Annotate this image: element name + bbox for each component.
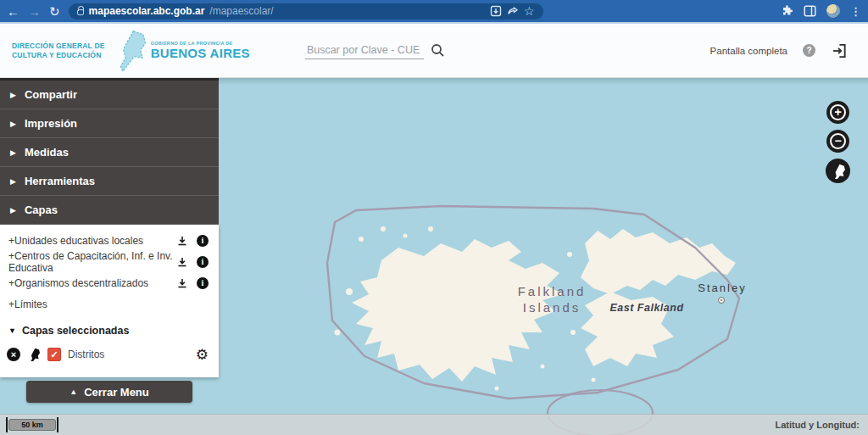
home-extent-button[interactable] (826, 159, 850, 183)
layer-row-limites[interactable]: +Límites (0, 293, 219, 315)
exit-icon[interactable] (831, 42, 848, 59)
url-path: /mapaescolar/ (209, 5, 273, 17)
download-icon[interactable] (177, 278, 187, 288)
app-header: DIRECCIÓN GENERAL DE CULTURA Y EDUCACIÓN… (0, 24, 868, 78)
download-icon[interactable] (177, 257, 187, 267)
zoom-to-layer-flag-icon[interactable] (27, 348, 41, 361)
sidebar-item-capas[interactable]: ▶ Capas (0, 196, 219, 225)
layer-visibility-checkbox[interactable]: ✓ (47, 348, 61, 361)
sidebar-item-medidas[interactable]: ▶ Medidas (0, 138, 219, 167)
menu-item-label: Capas (25, 204, 58, 216)
browser-menu-icon[interactable]: ⋮ (850, 5, 861, 18)
bookmark-star-icon[interactable]: ☆ (524, 4, 535, 18)
install-icon[interactable] (490, 5, 502, 17)
reload-icon[interactable]: ↻ (49, 5, 60, 18)
layer-label: +Unidades educativas locales (8, 235, 177, 247)
close-menu-button[interactable]: ▲ Cerrar Menu (26, 381, 192, 403)
search-input[interactable] (305, 42, 424, 59)
coordinates-label: Latitud y Longitud: (775, 420, 860, 430)
chrome-actions: ⋮ (782, 4, 861, 18)
menu-item-label: Compartir (25, 88, 77, 101)
help-icon[interactable]: ? (803, 44, 815, 57)
lock-icon (77, 9, 84, 15)
layer-settings-gear-icon[interactable]: ⚙ (196, 348, 209, 362)
forward-icon[interactable]: → (28, 5, 41, 18)
info-icon[interactable]: i (197, 235, 209, 247)
header-actions: Pantalla completa ? (710, 42, 856, 59)
map-region: Falkland Islands East Falkland Stanley ▶… (0, 78, 868, 435)
address-bar[interactable]: mapaescolar.abc.gob.ar /mapaescolar/ ☆ (69, 3, 543, 20)
gov-large-text: BUENOS AIRES (151, 46, 250, 60)
menu-item-label: Medidas (25, 146, 69, 159)
sidebar: ▶ Compartir ▶ Impresión ▶ Medidas ▶ Herr… (0, 78, 219, 403)
info-icon[interactable]: i (197, 277, 209, 289)
layer-label: +Límites (8, 298, 209, 310)
scale-label: 50 km (8, 419, 56, 431)
chevron-down-icon: ▼ (8, 326, 16, 335)
side-panel-icon[interactable] (804, 5, 816, 17)
chevron-right-icon: ▶ (10, 206, 16, 215)
scale-bar: 50 km (6, 417, 58, 432)
menu-item-label: Herramientas (25, 175, 95, 187)
layer-row-organismos[interactable]: +Organismos descentralizados i (0, 272, 219, 293)
gov-wordmark: GOBIERNO DE LA PROVINCIA DE BUENOS AIRES (151, 41, 250, 60)
province-silhouette-icon (831, 164, 846, 179)
province-map-icon (114, 29, 147, 73)
info-icon[interactable]: i (197, 256, 209, 268)
zoom-in-button[interactable]: + (826, 101, 849, 124)
share-icon[interactable] (507, 5, 519, 17)
close-menu-label: Cerrar Menu (84, 386, 149, 399)
profile-avatar[interactable] (826, 4, 840, 18)
selected-layers-label: Capas seleccionadas (22, 325, 129, 337)
sidebar-item-herramientas[interactable]: ▶ Herramientas (0, 167, 219, 196)
search-icon[interactable] (431, 43, 445, 58)
chevron-right-icon: ▶ (10, 120, 16, 128)
extensions-puzzle-icon[interactable] (782, 5, 793, 17)
search-area (305, 42, 445, 59)
selected-layer-label: Distritos (68, 349, 189, 360)
remove-layer-icon[interactable]: × (7, 348, 20, 361)
download-icon[interactable] (177, 236, 187, 246)
layer-row-unidades[interactable]: +Unidades educativas locales i (0, 230, 219, 251)
back-icon[interactable]: ← (7, 5, 19, 18)
org-title: DIRECCIÓN GENERAL DE CULTURA Y EDUCACIÓN (12, 42, 105, 59)
map-controls: + − (826, 101, 850, 183)
layer-row-centros[interactable]: +Centros de Capacitación, Inf. e Inv. Ed… (0, 251, 219, 272)
selected-layers-header[interactable]: ▼ Capas seleccionadas (0, 320, 219, 342)
menu-item-label: Impresión (25, 117, 77, 130)
scale-tick (57, 417, 58, 432)
minus-icon: − (830, 133, 846, 149)
stanley-marker (718, 297, 725, 304)
buenos-aires-logo: GOBIERNO DE LA PROVINCIA DE BUENOS AIRES (114, 29, 250, 73)
selected-layer-distritos: × ✓ Distritos ⚙ (0, 342, 219, 367)
layer-label: +Centros de Capacitación, Inf. e Inv. Ed… (8, 250, 177, 274)
url-domain: mapaescolar.abc.gob.ar (89, 5, 205, 17)
org-title-line2: CULTURA Y EDUCACIÓN (12, 51, 105, 60)
chevron-right-icon: ▶ (10, 148, 16, 157)
scale-tick (6, 417, 8, 432)
sidebar-item-impresion[interactable]: ▶ Impresión (0, 109, 219, 138)
fullscreen-label[interactable]: Pantalla completa (710, 46, 787, 56)
browser-toolbar: ← → ↻ mapaescolar.abc.gob.ar /mapaescola… (0, 0, 868, 22)
layer-label: +Organismos descentralizados (8, 277, 177, 289)
status-bar: 50 km Latitud y Longitud: (0, 414, 868, 435)
sidebar-item-compartir[interactable]: ▶ Compartir (0, 81, 219, 109)
plus-icon: + (830, 104, 846, 120)
zoom-out-button[interactable]: − (826, 130, 849, 153)
chevron-up-icon: ▲ (70, 388, 77, 396)
layers-panel: +Unidades educativas locales i +Centros … (0, 225, 219, 377)
org-title-line1: DIRECCIÓN GENERAL DE (12, 42, 105, 51)
chevron-right-icon: ▶ (10, 177, 16, 186)
chevron-right-icon: ▶ (10, 91, 16, 99)
